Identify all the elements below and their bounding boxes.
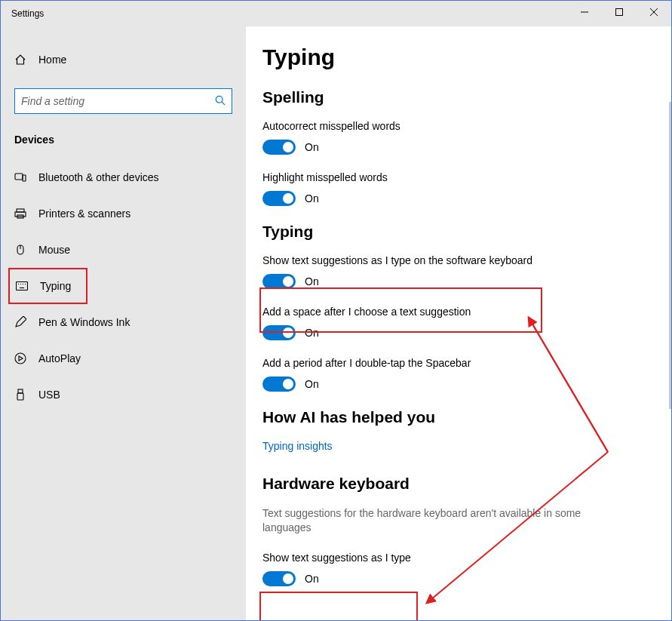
svg-rect-8	[17, 209, 24, 212]
svg-rect-1	[616, 9, 623, 16]
toggle-space[interactable]	[262, 325, 296, 340]
typing-insights-link[interactable]: Typing insights	[262, 440, 641, 452]
toggle-state: On	[305, 275, 319, 287]
search-field[interactable]	[14, 88, 232, 114]
section-ai: How AI has helped you	[262, 408, 641, 426]
svg-rect-6	[15, 174, 23, 180]
setting-highlight: Highlight misspelled words On	[262, 171, 641, 206]
sidebar-item-label: USB	[38, 389, 60, 401]
toggle-state: On	[305, 573, 319, 585]
setting-label: Add a space after I choose a text sugges…	[262, 306, 641, 318]
toggle-suggestions[interactable]	[262, 274, 296, 289]
svg-rect-21	[17, 393, 23, 400]
toggle-state: On	[305, 192, 319, 204]
home-nav[interactable]: Home	[1, 42, 246, 78]
sidebar-item-printers[interactable]: Printers & scanners	[1, 195, 246, 232]
toggle-state: On	[305, 378, 319, 390]
setting-label: Highlight misspelled words	[262, 171, 641, 183]
minimize-button[interactable]	[567, 1, 602, 23]
svg-rect-7	[23, 175, 26, 181]
autoplay-icon	[14, 352, 38, 364]
toggle-hw-suggestions[interactable]	[262, 571, 296, 586]
toggle-state: On	[305, 327, 319, 339]
sidebar-item-label: Pen & Windows Ink	[38, 316, 130, 328]
window-controls	[567, 1, 671, 23]
sidebar: Home Devices Bluetooth & other devices P…	[1, 26, 246, 620]
setting-add-space: Add a space after I choose a text sugges…	[262, 306, 641, 340]
sidebar-item-label: Mouse	[38, 244, 70, 256]
sidebar-item-bluetooth[interactable]: Bluetooth & other devices	[1, 159, 246, 195]
section-spelling: Spelling	[262, 88, 641, 106]
setting-label: Autocorrect misspelled words	[262, 120, 641, 132]
sidebar-item-label: Typing	[40, 280, 71, 292]
sidebar-section: Devices	[1, 128, 246, 159]
svg-rect-9	[15, 212, 26, 217]
window-title: Settings	[11, 8, 44, 19]
main-panel: Typing Spelling Autocorrect misspelled w…	[246, 26, 671, 620]
svg-point-19	[15, 353, 26, 364]
sidebar-item-label: Bluetooth & other devices	[38, 171, 159, 183]
setting-hw-suggestions: Show text suggestions as I type On	[262, 552, 641, 586]
toggle-state: On	[305, 141, 319, 153]
maximize-button[interactable]	[602, 1, 637, 23]
search-input[interactable]	[21, 95, 215, 107]
sidebar-item-label: Printers & scanners	[38, 208, 130, 220]
hardware-desc: Text suggestions for the hardware keyboa…	[262, 506, 587, 535]
home-icon	[14, 54, 38, 66]
keyboard-icon	[16, 281, 40, 291]
close-button[interactable]	[637, 1, 671, 23]
devices-icon	[14, 171, 38, 183]
sidebar-item-typing[interactable]: Typing	[10, 269, 86, 303]
setting-label: Show text suggestions as I type	[262, 552, 641, 564]
sidebar-item-mouse[interactable]: Mouse	[1, 232, 246, 268]
svg-point-4	[216, 96, 222, 103]
mouse-icon	[14, 244, 38, 256]
section-typing: Typing	[262, 223, 641, 241]
svg-rect-20	[18, 389, 23, 393]
sidebar-item-pen[interactable]: Pen & Windows Ink	[1, 304, 246, 340]
section-hardware: Hardware keyboard	[262, 475, 641, 493]
usb-icon	[14, 389, 38, 401]
toggle-highlight[interactable]	[262, 191, 296, 206]
pen-icon	[14, 316, 38, 328]
setting-autocorrect: Autocorrect misspelled words On	[262, 120, 641, 155]
sidebar-item-usb[interactable]: USB	[1, 377, 246, 413]
setting-label: Show text suggestions as I type on the s…	[262, 254, 641, 266]
sidebar-item-autoplay[interactable]: AutoPlay	[1, 340, 246, 377]
page-title: Typing	[262, 45, 641, 70]
setting-text-suggestions: Show text suggestions as I type on the s…	[262, 254, 641, 289]
toggle-autocorrect[interactable]	[262, 140, 296, 155]
printer-icon	[14, 208, 38, 220]
setting-add-period: Add a period after I double-tap the Spac…	[262, 357, 641, 392]
search-icon	[215, 95, 226, 108]
sidebar-item-label: AutoPlay	[38, 352, 81, 364]
svg-line-5	[222, 102, 225, 105]
svg-rect-13	[17, 282, 28, 291]
setting-label: Add a period after I double-tap the Spac…	[262, 357, 641, 369]
home-label: Home	[38, 54, 66, 66]
toggle-period[interactable]	[262, 377, 296, 392]
